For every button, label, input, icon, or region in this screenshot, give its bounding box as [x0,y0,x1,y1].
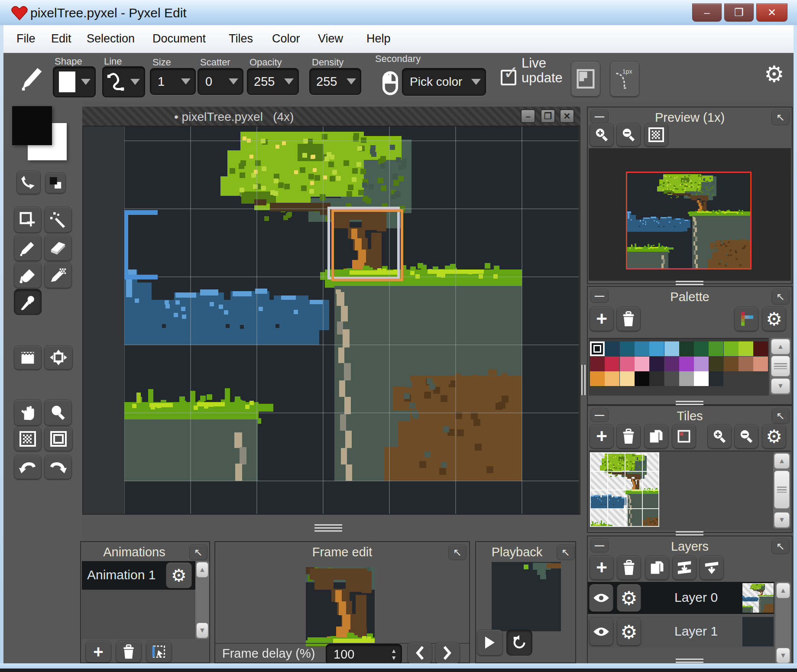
scroll-thumb[interactable] [771,356,790,377]
select-tool-button[interactable] [14,207,42,233]
pixel-perfect-button[interactable]: 1px [610,61,639,97]
delete-animation-button[interactable] [116,641,142,662]
palette-swatch[interactable] [620,357,635,371]
animations-popout-icon[interactable]: ↖ [189,545,207,560]
menu-selection[interactable]: Selection [87,32,135,45]
playback-popout-icon[interactable]: ↖ [557,545,575,560]
palette-popout-icon[interactable]: ↖ [771,289,790,305]
layer1-settings-button[interactable]: ⚙ [617,618,641,646]
doc-minimize-button[interactable]: – [521,109,535,123]
palette-swatch[interactable] [620,371,635,386]
palette-swatch[interactable] [694,341,709,356]
animation-list-item[interactable]: Animation 1 ⚙ [82,561,195,590]
animation-range-select-button[interactable] [146,641,172,662]
tiles-popout-icon[interactable]: ↖ [771,408,790,424]
shape-dropdown[interactable] [53,66,96,97]
density-dropdown[interactable]: 255 [309,68,361,95]
palette-swatch[interactable] [724,357,739,371]
palette-swatch[interactable] [590,371,605,386]
palette-swatch[interactable] [605,371,619,386]
scroll-down-button[interactable]: ▼ [196,623,208,638]
palette-swatch[interactable] [739,357,753,371]
tiles-splitter-handle[interactable] [676,531,703,536]
tiles-zoom-in-button[interactable] [707,424,732,448]
scroll-down-button[interactable]: ▼ [776,648,790,663]
palette-swatch[interactable] [694,371,709,386]
layer0-visibility-button[interactable] [589,584,613,612]
tileset-grid[interactable] [590,452,659,527]
palette-swatch[interactable] [635,371,649,386]
palette-swatch[interactable] [724,341,739,356]
next-frame-button[interactable] [435,642,460,664]
horizontal-splitter-handle[interactable] [314,524,342,533]
palette-swatch[interactable] [753,341,768,356]
merge-layer-down-button[interactable] [672,555,697,580]
scatter-dropdown[interactable]: 0 [198,68,243,95]
maximize-button[interactable]: ❐ [724,3,754,22]
scroll-down-button[interactable]: ▼ [774,512,790,528]
foreground-color-swatch[interactable] [12,106,52,145]
undo-button[interactable] [14,455,42,479]
layers-popout-icon[interactable]: ↖ [771,539,790,554]
palette-swatch[interactable] [739,341,753,356]
eraser-tool-button[interactable] [44,235,72,261]
opacity-dropdown[interactable]: 255 [247,68,299,95]
add-layer-button[interactable]: + [590,555,614,580]
duplicate-tile-button[interactable] [644,424,668,448]
layer-row-0[interactable]: ⚙ Layer 0 [588,582,774,614]
palette-swatch[interactable] [753,357,768,371]
palette-settings-button[interactable]: ⚙ [762,307,786,331]
palette-splitter-handle[interactable] [676,401,703,405]
tiles-scrollbar[interactable]: ▲ ▼ [773,452,791,529]
layers-scrollbar[interactable]: ▲ ▼ [775,582,791,664]
pencil-tool-button[interactable] [14,235,42,261]
add-color-button[interactable]: + [590,307,614,331]
scroll-thumb[interactable] [774,471,790,509]
add-tile-button[interactable]: + [590,424,614,448]
palette-swatch[interactable] [590,357,605,371]
frame-toggle-button[interactable] [44,427,73,451]
toolbar-settings-gear-icon[interactable]: ⚙ [764,61,784,87]
preview-zoom-in-button[interactable] [590,123,614,146]
preview-transparency-button[interactable] [644,123,668,146]
swap-colors-button[interactable] [45,172,66,193]
palette-swatch[interactable] [605,341,619,356]
previous-frame-button[interactable] [407,642,432,664]
preview-zoom-out-button[interactable] [616,123,641,146]
preview-splitter-handle[interactable] [676,281,703,286]
palette-swatch[interactable] [709,371,723,386]
clear-tile-button[interactable] [672,424,696,448]
close-button[interactable]: ✕ [756,3,787,22]
hand-tool-button[interactable] [14,399,42,425]
palette-swatch[interactable] [709,341,723,356]
tile-stamp-tool-button[interactable] [14,345,42,370]
palette-swatch[interactable] [649,371,664,386]
palette-swatch[interactable] [605,357,619,371]
menu-document[interactable]: Document [152,32,206,45]
layer1-visibility-button[interactable] [589,618,613,646]
palette-swatch[interactable] [709,357,723,371]
palette-swatch[interactable] [679,341,694,356]
layers-splitter-handle[interactable] [676,659,703,663]
magic-wand-tool-button[interactable] [44,207,72,233]
palette-swatch[interactable] [679,371,694,386]
spin-up-icon[interactable]: ▲ [391,648,397,653]
live-update-checkbox[interactable]: ✓ [501,70,516,85]
secondary-pick-color-dropdown[interactable]: Pick color [402,68,486,96]
animations-scrollbar[interactable]: ▲ ▼ [195,561,209,639]
menu-tiles[interactable]: Tiles [229,32,253,45]
live-update-label[interactable]: Live update [522,56,563,85]
size-dropdown[interactable]: 1 [150,68,196,95]
scroll-down-button[interactable]: ▼ [771,378,790,394]
palette-scrollbar[interactable]: ▲ ▼ [770,338,791,395]
menu-edit[interactable]: Edit [51,32,71,45]
tile-placer-tool-button[interactable] [44,345,73,370]
add-animation-button[interactable]: + [85,641,111,662]
tiles-settings-button[interactable]: ⚙ [762,424,786,448]
doc-restore-button[interactable]: ❐ [541,109,555,123]
pattern-toggle-button[interactable] [14,427,42,451]
menu-view[interactable]: View [318,32,343,45]
palette-swatch[interactable] [620,341,635,356]
delete-tile-button[interactable] [616,424,641,448]
palette-swatch[interactable] [664,371,679,386]
